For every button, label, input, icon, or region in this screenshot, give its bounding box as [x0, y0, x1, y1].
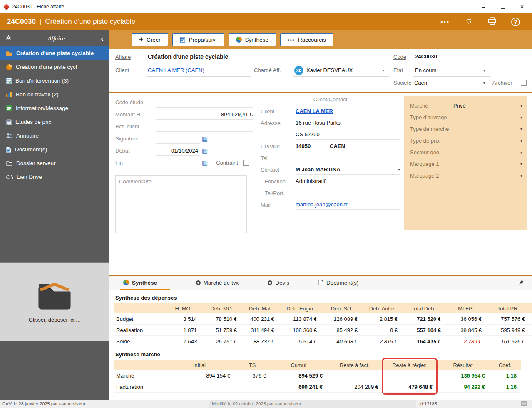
calendar-icon[interactable]: ▦ — [202, 135, 208, 142]
etat-dropdown-icon[interactable]: ▾ — [483, 68, 485, 73]
cloud-icon — [6, 175, 13, 179]
chevron-down-icon: ▾ — [520, 115, 522, 120]
sidebar-item-documents[interactable]: Document(s) — [0, 143, 109, 156]
calendar-icon[interactable]: ▦ — [202, 160, 208, 166]
cp-field[interactable]: 14050 — [296, 141, 326, 151]
pin-icon[interactable] — [518, 280, 524, 287]
tab-synthese[interactable]: Synthèse ··· — [120, 276, 170, 290]
close-button[interactable]: × — [512, 0, 532, 13]
charge-dropdown-icon[interactable]: ▾ — [382, 68, 384, 73]
more-actions-icon[interactable]: ••• — [440, 18, 450, 25]
type-prix-dropdown[interactable]: Type de prix▾ — [410, 135, 522, 146]
debut-field[interactable]: 01/10/2024 — [156, 146, 200, 156]
raccourcis-button[interactable]: ••• Raccourcis — [280, 33, 333, 46]
avatar: XD — [294, 66, 303, 75]
tel-label: Tel — [261, 155, 296, 161]
sidebar-item-dossier-serveur[interactable]: Dossier serveur — [0, 156, 109, 170]
marquage-1-label: Marquage 1 — [410, 161, 453, 167]
gear-icon[interactable] — [5, 35, 12, 42]
synthese-button[interactable]: Synthèse — [229, 33, 276, 46]
societe-label[interactable]: Société — [393, 80, 411, 86]
contraint-checkbox[interactable] — [243, 160, 249, 166]
cell: 51 759 € — [201, 327, 241, 333]
tab-documents[interactable]: Document(s) — [316, 276, 361, 290]
marche-dropdown[interactable]: MarchéPrivé▾ — [410, 100, 522, 111]
maximize-button[interactable] — [493, 0, 512, 13]
header-separator: | — [40, 18, 41, 26]
depenses-header-row: H. MO Deb. MO Deb. Mat Deb. Engin Deb. S… — [114, 303, 532, 313]
type-marche-dropdown[interactable]: Type de marche▾ — [410, 123, 522, 135]
sidebar-item-bon-travail[interactable]: Bon de travail (2) — [0, 88, 109, 101]
cell: 108 360 € — [278, 327, 321, 333]
pie-icon — [6, 64, 12, 70]
marche-table: Initial TS Cumul Reste à fact. Reste à r… — [114, 360, 521, 393]
row-label: Facturation — [114, 384, 164, 390]
mail-field[interactable]: martina.jean@caen.fr — [296, 200, 400, 210]
societe-value[interactable]: Caen — [414, 80, 427, 86]
contact-client-link[interactable]: CAEN LA MER — [296, 108, 333, 114]
adresse-line2: CS 52700 — [296, 131, 320, 138]
signature-field[interactable] — [156, 134, 200, 144]
archiver-label: Archiver — [492, 80, 512, 86]
marquage-2-dropdown[interactable]: Marquage 2▾ — [410, 170, 522, 181]
etat-label[interactable]: Etat — [393, 67, 403, 73]
fonction-label: Fonction — [261, 178, 296, 185]
societe-dropdown-icon[interactable]: ▾ — [483, 80, 485, 85]
montant-ht-field[interactable]: 894 529,41 € — [156, 110, 253, 120]
contact-dropdown-icon[interactable]: ▾ — [398, 167, 400, 172]
marquage-1-dropdown[interactable]: Marquage 1▾ — [410, 158, 522, 170]
ville-field[interactable]: CAEN — [330, 141, 400, 151]
collapse-sidebar-icon[interactable]: ‹ — [101, 34, 104, 43]
keyboard-icon — [521, 401, 527, 407]
column-header: Deb. MO — [201, 305, 241, 312]
contact-dropdown[interactable]: M Jean MARTINA▾ — [296, 165, 400, 175]
montant-ht-label: Montant HT — [115, 111, 156, 118]
sidebar-item-affaire-selected[interactable]: Création d'une piste cyclable — [0, 46, 109, 60]
minimize-button[interactable]: – — [474, 0, 493, 13]
prepa-suivi-button[interactable]: Prepa/suivi — [172, 33, 224, 46]
sidebar-item-information-message[interactable]: Information/Message — [0, 101, 109, 115]
tab-bar: Synthèse ··· Marché de tvx Devis Documen… — [109, 276, 532, 290]
cell: 78 510 € — [201, 316, 241, 322]
sidebar-item-lien-drive[interactable]: Lien Drive — [0, 170, 109, 184]
cell: 2 815 € — [362, 338, 402, 345]
column-header: Deb. Autre — [362, 305, 402, 312]
sidebar-item-bon-intervention[interactable]: Bon d'intervention (3) — [0, 74, 109, 88]
sidebar-item-piste-cycl[interactable]: Création d'une piste cycl — [0, 60, 109, 74]
secteur-geo-dropdown[interactable]: Secteur géo▾ — [410, 146, 522, 158]
ref-client-field[interactable] — [156, 122, 253, 132]
affaire-label[interactable]: Affaire — [115, 54, 131, 60]
create-button[interactable]: + Créer — [132, 33, 168, 46]
calendar-icon[interactable]: ▦ — [202, 148, 208, 154]
type-ouvrage-dropdown[interactable]: Type d'ouvrage▾ — [410, 111, 522, 123]
code-label[interactable]: Code — [393, 54, 406, 60]
refresh-icon[interactable] — [465, 17, 473, 27]
tel-field[interactable] — [296, 153, 400, 163]
help-icon[interactable]: ? — [511, 18, 520, 26]
column-header: Deb. S/T — [321, 305, 362, 312]
code-etude-field[interactable] — [156, 98, 253, 108]
sidebar-item-annuaire[interactable]: Annuaire — [0, 129, 109, 143]
tab-marche-de-tvx[interactable]: Marché de tvx — [193, 276, 242, 290]
archiver-checkbox[interactable] — [521, 80, 527, 86]
charge-aff-value[interactable]: Xavier DESVEAUX — [306, 67, 353, 73]
fin-field[interactable] — [156, 158, 200, 168]
etat-value[interactable]: En cours — [415, 67, 436, 73]
tab-more-icon[interactable]: ··· — [160, 280, 167, 286]
contact-client-field[interactable]: CAEN LA MER — [296, 106, 400, 116]
fonction-field[interactable]: Administratif — [296, 176, 400, 186]
app-icon — [3, 3, 10, 10]
adresse-field-2[interactable]: CS 52700 — [296, 130, 400, 140]
signature-label: Signature — [115, 135, 156, 142]
folder-orange-icon — [6, 50, 12, 56]
client-link[interactable]: CAEN LA MER (CAEN) — [148, 67, 204, 73]
sidebar-item-etudes-de-prix[interactable]: Etudes de prix — [0, 115, 109, 129]
file-dropzone[interactable]: Glisser, déposer ici ... — [0, 262, 109, 341]
mail-link[interactable]: martina.jean@caen.fr — [296, 201, 347, 208]
adresse-field-1[interactable]: 16 rue Rosa Parks — [296, 118, 400, 128]
tel-port-field[interactable] — [296, 188, 400, 198]
affaire-value: Création d'une piste cyclable — [148, 53, 228, 60]
tab-devis[interactable]: Devis — [265, 276, 292, 290]
commentaire-textarea[interactable]: Commentaire — [115, 175, 247, 233]
print-icon[interactable] — [488, 17, 496, 26]
